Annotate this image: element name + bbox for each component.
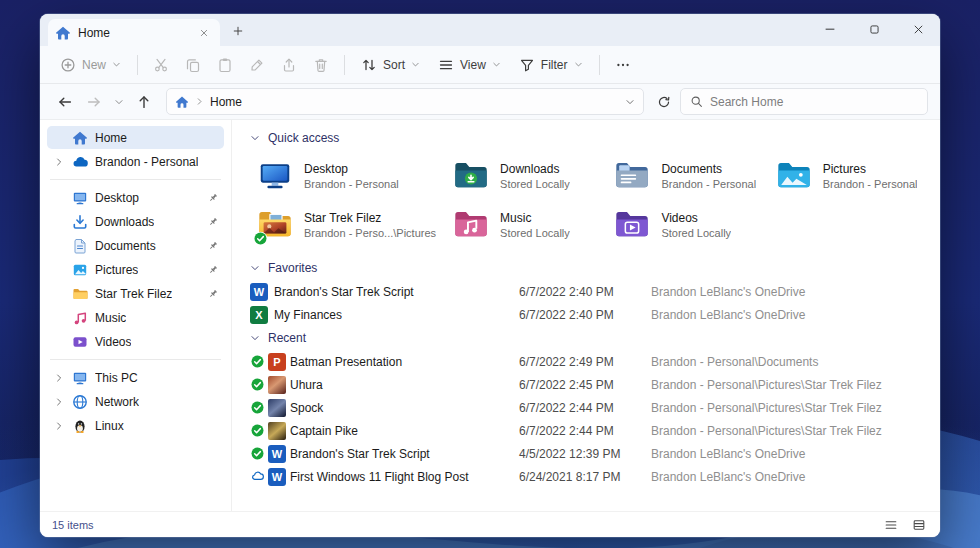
sidebar-item-downloads[interactable]: Downloads — [47, 210, 224, 233]
close-button[interactable] — [896, 14, 940, 44]
quick-access-tile-downloads[interactable]: DownloadsStored Locally — [446, 153, 603, 199]
sidebar-item-label: Network — [95, 395, 139, 409]
new-button[interactable]: New — [52, 51, 129, 79]
paste-button[interactable] — [210, 51, 240, 79]
sidebar-item-documents[interactable]: Documents — [47, 234, 224, 257]
sidebar-item-pictures[interactable]: Pictures — [47, 258, 224, 281]
quick-access-tile-star-trek-filez[interactable]: Star Trek FilezBrandon - Perso...\Pictur… — [250, 202, 442, 248]
sidebar-item-videos[interactable]: Videos — [47, 330, 224, 353]
chevron-down-icon — [250, 133, 260, 143]
image-thumbnail-icon — [268, 422, 286, 440]
sidebar-item-onedrive-personal[interactable]: Brandon - Personal — [47, 150, 224, 173]
filter-button[interactable]: Filter — [511, 51, 591, 79]
music-folder-icon — [452, 206, 490, 244]
image-thumbnail-icon — [268, 399, 286, 417]
cut-icon — [153, 57, 169, 73]
section-header-favorites[interactable]: Favorites — [250, 256, 926, 280]
chevron-spacer — [52, 239, 65, 252]
details-view-button[interactable] — [910, 516, 928, 534]
search-icon — [690, 95, 703, 108]
file-date: 4/5/2022 12:39 PM — [519, 447, 651, 461]
plus-icon — [232, 25, 244, 37]
sync-status-icon — [253, 231, 268, 246]
file-name: Captain Pike — [290, 424, 519, 438]
sidebar-item-this-pc[interactable]: This PC — [47, 366, 224, 389]
refresh-button[interactable] — [651, 89, 677, 115]
file-location: Brandon LeBlanc's OneDrive — [651, 470, 926, 484]
file-row[interactable]: Captain Pike 6/7/2022 2:44 PM Brandon - … — [250, 419, 926, 442]
close-icon — [912, 23, 925, 36]
expand-chevron-icon[interactable] — [52, 155, 65, 168]
quick-access-tile-pictures[interactable]: PicturesBrandon - Personal — [769, 153, 926, 199]
tab-title: Home — [78, 26, 110, 40]
expand-chevron-icon[interactable] — [52, 419, 65, 432]
see-more-icon — [615, 57, 631, 73]
breadcrumb-home[interactable]: Home — [210, 95, 242, 109]
address-bar[interactable]: Home — [166, 88, 644, 115]
view-button[interactable]: View — [430, 51, 509, 79]
back-button[interactable] — [52, 89, 78, 115]
section-header-recent[interactable]: Recent — [250, 326, 926, 350]
file-date: 6/24/2021 8:17 PM — [519, 470, 651, 484]
sidebar-item-home[interactable]: Home — [47, 126, 224, 149]
chevron-spacer — [52, 215, 65, 228]
new-tab-button[interactable] — [226, 19, 250, 43]
chevron-down-icon — [492, 60, 501, 69]
image-thumbnail-icon — [268, 376, 286, 394]
recent-locations-button[interactable] — [110, 89, 128, 115]
file-row[interactable]: Brandon's Star Trek Script 6/7/2022 2:40… — [250, 280, 926, 303]
toolbar-separator — [344, 55, 345, 75]
tab-home[interactable]: Home — [48, 19, 220, 46]
up-button[interactable] — [131, 89, 157, 115]
search-input[interactable] — [710, 95, 918, 109]
expand-chevron-icon[interactable] — [52, 395, 65, 408]
sidebar-item-linux[interactable]: Linux — [47, 414, 224, 437]
tile-name: Music — [500, 211, 570, 225]
share-button[interactable] — [274, 51, 304, 79]
tile-subtitle: Stored Locally — [500, 227, 570, 239]
forward-button[interactable] — [81, 89, 107, 115]
quick-access-tile-desktop[interactable]: DesktopBrandon - Personal — [250, 153, 442, 199]
file-row[interactable]: Spock 6/7/2022 2:44 PM Brandon - Persona… — [250, 396, 926, 419]
quick-access-tile-videos[interactable]: VideosStored Locally — [607, 202, 764, 248]
sidebar-item-label: This PC — [95, 371, 138, 385]
file-location: Brandon - Personal\Pictures\Star Trek Fi… — [651, 401, 926, 415]
address-dropdown-icon[interactable] — [625, 97, 635, 107]
sidebar-item-music[interactable]: Music — [47, 306, 224, 329]
quick-access-tile-music[interactable]: MusicStored Locally — [446, 202, 603, 248]
tile-name: Pictures — [823, 162, 918, 176]
file-location: Brandon LeBlanc's OneDrive — [651, 285, 926, 299]
rename-button[interactable] — [242, 51, 272, 79]
list-view-button[interactable] — [882, 516, 900, 534]
sidebar-item-star-trek-filez[interactable]: Star Trek Filez — [47, 282, 224, 305]
tile-subtitle: Brandon - Personal — [661, 178, 756, 190]
file-row[interactable]: Uhura 6/7/2022 2:45 PM Brandon - Persona… — [250, 373, 926, 396]
file-row[interactable]: First Windows 11 Flight Blog Post 6/24/2… — [250, 465, 926, 488]
chevron-down-icon — [250, 263, 260, 273]
file-row[interactable]: Brandon's Star Trek Script 4/5/2022 12:3… — [250, 442, 926, 465]
see-more-button[interactable] — [608, 51, 638, 79]
maximize-button[interactable] — [852, 14, 896, 44]
sidebar-item-desktop[interactable]: Desktop — [47, 186, 224, 209]
file-row[interactable]: My Finances 6/7/2022 2:40 PM Brandon LeB… — [250, 303, 926, 326]
sort-button[interactable]: Sort — [353, 51, 428, 79]
search-box — [680, 88, 928, 115]
sync-status-icon — [250, 446, 265, 461]
file-name: Brandon's Star Trek Script — [274, 285, 519, 299]
copy-button[interactable] — [178, 51, 208, 79]
cut-button[interactable] — [146, 51, 176, 79]
file-row[interactable]: Batman Presentation 6/7/2022 2:49 PM Bra… — [250, 350, 926, 373]
quick-access-tile-documents[interactable]: DocumentsBrandon - Personal — [607, 153, 764, 199]
pictures-folder-icon — [775, 157, 813, 195]
expand-chevron-icon[interactable] — [52, 371, 65, 384]
delete-button[interactable] — [306, 51, 336, 79]
file-explorer-window: Home New Sort View — [40, 14, 940, 537]
section-header-quick-access[interactable]: Quick access — [250, 126, 926, 150]
minimize-button[interactable] — [808, 14, 852, 44]
tile-name: Star Trek Filez — [304, 211, 436, 225]
recent-list: Batman Presentation 6/7/2022 2:49 PM Bra… — [250, 350, 926, 488]
tab-close-icon[interactable] — [195, 24, 213, 42]
network-icon — [72, 394, 88, 410]
sidebar-item-network[interactable]: Network — [47, 390, 224, 413]
pictures-icon — [72, 262, 88, 278]
